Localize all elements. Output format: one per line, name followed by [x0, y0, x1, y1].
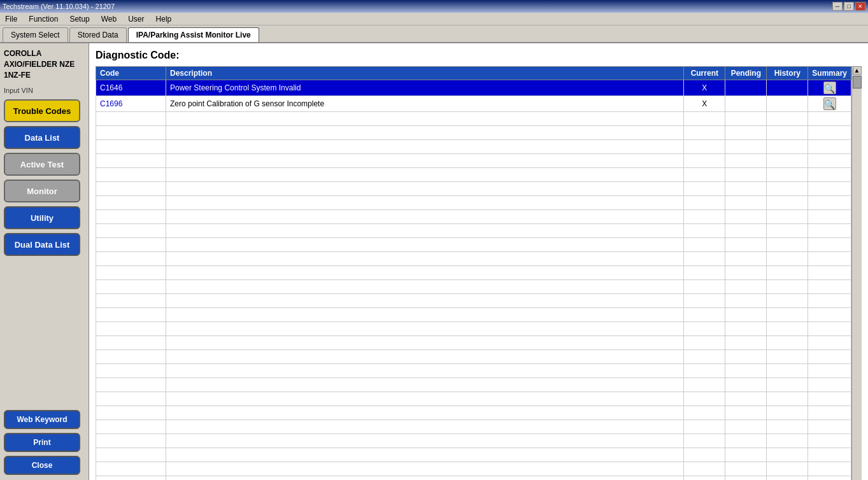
table-row[interactable]: C1696Zero point Calibration of G sensor …: [96, 96, 851, 112]
empty-cell: [96, 224, 166, 238]
scroll-thumb[interactable]: [853, 76, 862, 88]
summary-cell[interactable]: 🔍: [808, 96, 851, 112]
empty-cell: [808, 462, 851, 476]
empty-cell: [808, 378, 851, 392]
menu-setup[interactable]: Setup: [67, 14, 92, 24]
empty-cell: [808, 308, 851, 322]
empty-cell: [96, 406, 166, 420]
empty-cell: [767, 364, 808, 378]
empty-cell: [166, 280, 684, 294]
empty-cell: [767, 154, 808, 168]
tab-stored-data[interactable]: Stored Data: [69, 27, 127, 42]
empty-cell: [808, 350, 851, 364]
empty-cell: [684, 112, 725, 126]
monitor-button[interactable]: Monitor: [4, 180, 80, 202]
empty-cell: [767, 168, 808, 182]
empty-cell: [684, 196, 725, 210]
empty-cell: [166, 448, 684, 462]
trouble-codes-button[interactable]: Trouble Codes: [4, 99, 80, 122]
empty-cell: [96, 476, 166, 481]
menu-file[interactable]: File: [3, 14, 20, 24]
empty-cell: [767, 196, 808, 210]
empty-cell: [684, 224, 725, 238]
empty-cell: [684, 168, 725, 182]
title-bar: Techstream (Ver 11.10.034) - 21207 ─ □ ✕: [0, 0, 868, 13]
main-layout: COROLLA AXIO/FIELDER NZE 1NZ-FE Input VI…: [0, 43, 868, 480]
menu-user[interactable]: User: [125, 14, 146, 24]
empty-cell: [684, 364, 725, 378]
empty-row: [96, 294, 851, 308]
empty-row: [96, 378, 851, 392]
header-description: Description: [166, 67, 684, 80]
empty-cell: [684, 154, 725, 168]
tab-system-select[interactable]: System Select: [3, 27, 68, 42]
empty-cell: [767, 322, 808, 336]
empty-cell: [96, 336, 166, 350]
empty-cell: [725, 476, 767, 481]
empty-cell: [684, 392, 725, 406]
empty-cell: [808, 406, 851, 420]
empty-row: [96, 252, 851, 266]
minimize-button[interactable]: ─: [832, 2, 843, 11]
empty-cell: [725, 336, 767, 350]
empty-row: [96, 154, 851, 168]
empty-cell: [166, 364, 684, 378]
empty-cell: [725, 140, 767, 154]
history-cell: [767, 96, 808, 112]
empty-row: [96, 420, 851, 434]
empty-cell: [166, 140, 684, 154]
print-button[interactable]: Print: [4, 433, 80, 452]
empty-cell: [725, 448, 767, 462]
tab-ipa-parking[interactable]: IPA/Parking Assist Monitor Live: [128, 27, 259, 42]
data-list-button[interactable]: Data List: [4, 126, 80, 149]
empty-cell: [166, 112, 684, 126]
magnifier-icon[interactable]: 🔍: [823, 97, 836, 110]
empty-cell: [767, 308, 808, 322]
description-cell: Power Steering Control System Invalid: [166, 80, 684, 96]
empty-cell: [767, 210, 808, 224]
table-row[interactable]: C1646Power Steering Control System Inval…: [96, 80, 851, 96]
empty-cell: [725, 364, 767, 378]
close-button[interactable]: ✕: [855, 2, 865, 11]
empty-cell: [96, 140, 166, 154]
active-test-button[interactable]: Active Test: [4, 153, 80, 176]
header-history: History: [767, 67, 808, 80]
utility-button[interactable]: Utility: [4, 206, 80, 229]
empty-cell: [684, 350, 725, 364]
menu-help[interactable]: Help: [153, 14, 174, 24]
empty-cell: [808, 364, 851, 378]
empty-cell: [767, 406, 808, 420]
empty-cell: [725, 308, 767, 322]
empty-cell: [808, 210, 851, 224]
empty-row: [96, 224, 851, 238]
summary-cell[interactable]: 🔍: [808, 80, 851, 96]
empty-cell: [166, 126, 684, 140]
empty-cell: [684, 476, 725, 481]
empty-cell: [808, 252, 851, 266]
empty-cell: [767, 476, 808, 481]
empty-cell: [684, 448, 725, 462]
vertical-scrollbar[interactable]: ▲ ▼: [851, 66, 862, 480]
empty-cell: [166, 476, 684, 481]
input-vin-label: Input VIN: [4, 87, 85, 94]
sidebar: COROLLA AXIO/FIELDER NZE 1NZ-FE Input VI…: [0, 43, 89, 480]
empty-cell: [725, 168, 767, 182]
empty-cell: [725, 280, 767, 294]
sidebar-bottom: Web Keyword Print Close: [4, 410, 85, 475]
magnifier-icon[interactable]: 🔍: [823, 81, 836, 94]
empty-cell: [725, 266, 767, 280]
empty-cell: [725, 406, 767, 420]
menu-web[interactable]: Web: [99, 14, 119, 24]
menu-function[interactable]: Function: [26, 14, 60, 24]
empty-cell: [808, 280, 851, 294]
dual-data-list-button[interactable]: Dual Data List: [4, 233, 80, 256]
empty-cell: [808, 140, 851, 154]
scroll-up-arrow[interactable]: ▲: [853, 66, 862, 74]
empty-cell: [166, 196, 684, 210]
empty-cell: [684, 434, 725, 448]
empty-cell: [808, 434, 851, 448]
restore-button[interactable]: □: [844, 2, 854, 11]
vehicle-info: COROLLA AXIO/FIELDER NZE 1NZ-FE: [4, 48, 85, 80]
web-keyword-button[interactable]: Web Keyword: [4, 410, 80, 429]
close-sidebar-button[interactable]: Close: [4, 456, 80, 475]
